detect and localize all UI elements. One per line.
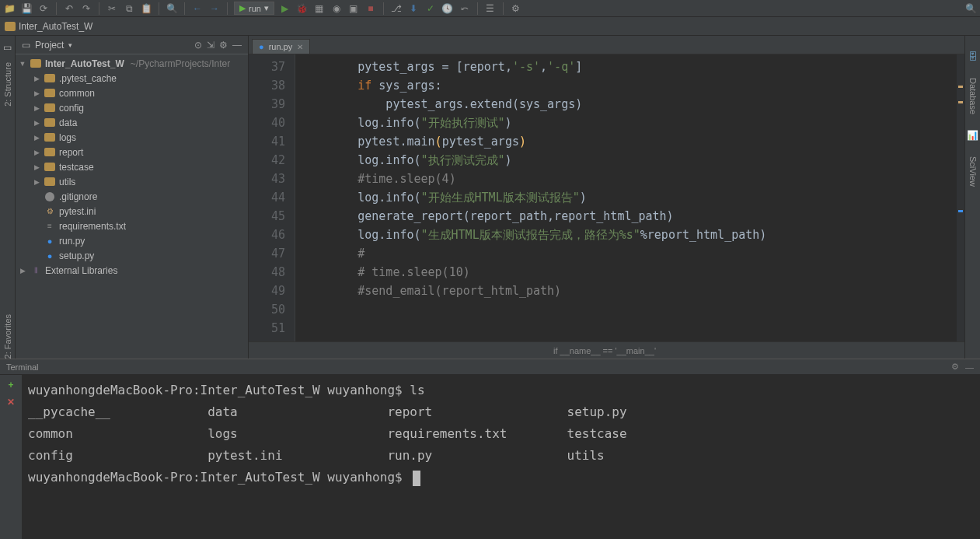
tree-item-setup-py[interactable]: ●setup.py (16, 248, 248, 263)
sciview-tool-button[interactable]: SciView (968, 156, 978, 187)
tree-item--gitignore[interactable]: .gitignore (16, 189, 248, 204)
redo-icon[interactable]: ↷ (80, 2, 92, 15)
folder-icon (44, 74, 55, 82)
stop-icon[interactable]: ■ (364, 2, 377, 15)
forward-icon[interactable]: → (208, 2, 221, 15)
find-icon[interactable]: 🔍 (166, 2, 178, 15)
external-libraries[interactable]: ▶ ⫴ External Libraries (16, 263, 248, 278)
expand-arrow-icon[interactable]: ▶ (33, 104, 40, 112)
structure-icon[interactable]: ☰ (484, 2, 497, 15)
project-tool-button[interactable]: ▭ (3, 42, 12, 53)
code-editor[interactable]: 373839404142434445464748495051 pytest_ar… (249, 54, 964, 341)
expand-arrow-icon[interactable]: ▶ (33, 163, 40, 171)
attach-icon[interactable]: ▣ (347, 2, 360, 15)
tree-item-config[interactable]: ▶config (16, 100, 248, 115)
tree-item-label: run.py (59, 236, 85, 247)
close-session-icon[interactable]: ✕ (7, 397, 15, 408)
tree-item--pytest_cache[interactable]: ▶.pytest_cache (16, 71, 248, 86)
undo-icon[interactable]: ↶ (63, 2, 75, 15)
tree-item-requirements-txt[interactable]: ≡requirements.txt (16, 219, 248, 233)
text-icon: ≡ (44, 221, 56, 232)
new-session-icon[interactable]: + (8, 380, 13, 390)
tree-item-label: data (59, 117, 77, 128)
tree-item-label: pytest.ini (59, 206, 96, 217)
expand-arrow-icon[interactable]: ▶ (19, 267, 26, 275)
terminal-cursor (413, 471, 420, 486)
expand-arrow-icon[interactable]: ▼ (19, 60, 26, 68)
vcs-rollback-icon[interactable]: ⤺ (459, 2, 471, 15)
save-icon[interactable]: 💾 (20, 2, 33, 15)
tree-root[interactable]: ▼ Inter_AutoTest_W ~/PycharmProjects/Int… (16, 56, 248, 71)
tree-item-report[interactable]: ▶report (16, 145, 248, 159)
refresh-icon[interactable]: ⟳ (37, 2, 50, 15)
terminal-output[interactable]: wuyanhongdeMacBook-Pro:Inter_AutoTest_W … (22, 375, 980, 539)
tree-item-pytest-ini[interactable]: ⚙pytest.ini (16, 204, 248, 219)
expand-arrow-icon[interactable]: ▶ (33, 149, 40, 156)
tree-item-common[interactable]: ▶common (16, 86, 248, 100)
project-title: Project (35, 40, 64, 51)
editor-scrollbar[interactable] (957, 54, 964, 341)
locate-icon[interactable]: ⊙ (194, 40, 202, 51)
gear-icon[interactable]: ⚙ (951, 362, 959, 372)
sciview-icon[interactable]: 📊 (967, 130, 978, 141)
settings-icon[interactable]: ⚙ (510, 2, 522, 15)
terminal-gutter: + ✕ (0, 375, 22, 539)
tree-root-path: ~/PycharmProjects/Inter (131, 58, 230, 69)
vcs-commit-icon[interactable]: ✓ (424, 2, 437, 15)
left-tool-stripe: ▭ 2: Structure 2: Favorites (0, 36, 16, 359)
expand-arrow-icon[interactable]: ▶ (33, 178, 40, 186)
editor-tab-run-py[interactable]: ● run.py ✕ (252, 39, 310, 54)
expand-arrow-icon[interactable]: ▶ (33, 89, 40, 97)
editor-context-label: if __name__ == '__main__' (553, 346, 656, 355)
copy-icon[interactable]: ⧉ (123, 2, 135, 15)
tree-item-label: logs (59, 132, 76, 143)
expand-arrow-icon[interactable]: ▶ (33, 119, 40, 127)
profile-icon[interactable]: ◉ (330, 2, 343, 15)
editor-tabs: ● run.py ✕ (249, 36, 964, 54)
vcs-history-icon[interactable]: 🕓 (441, 2, 454, 15)
library-icon: ⫴ (30, 265, 42, 276)
editor-panel: ● run.py ✕ 37383940414243444546474849505… (249, 36, 964, 359)
coverage-icon[interactable]: ▦ (313, 2, 326, 15)
code-area[interactable]: pytest_args = [report,'-s','-q'] if sys_… (295, 54, 964, 341)
tree-item-logs[interactable]: ▶logs (16, 130, 248, 145)
vcs-icon[interactable]: ⎇ (390, 2, 403, 15)
close-icon[interactable]: ✕ (297, 43, 303, 51)
gear-icon[interactable]: ⚙ (219, 40, 228, 51)
vcs-update-icon[interactable]: ⬇ (407, 2, 420, 15)
debug-icon[interactable]: 🐞 (296, 2, 309, 15)
structure-tool-button[interactable]: 2: Structure (3, 62, 12, 107)
expand-arrow-icon[interactable]: ▶ (33, 75, 40, 82)
project-tree[interactable]: ▼ Inter_AutoTest_W ~/PycharmProjects/Int… (16, 54, 248, 359)
breadcrumb-project[interactable]: Inter_AutoTest_W (19, 21, 92, 32)
chevron-down-icon: ▾ (264, 3, 269, 13)
database-tool-button[interactable]: Database (968, 78, 978, 114)
collapse-icon[interactable]: ⇲ (207, 40, 214, 51)
tree-item-testcase[interactable]: ▶testcase (16, 159, 248, 174)
hide-icon[interactable]: — (232, 40, 242, 51)
tree-item-run-py[interactable]: ●run.py (16, 233, 248, 248)
paste-icon[interactable]: 📋 (140, 2, 152, 15)
git-icon (44, 191, 56, 202)
database-icon[interactable]: 🗄 (968, 51, 978, 62)
back-icon[interactable]: ← (191, 2, 204, 15)
tree-item-label: setup.py (59, 250, 94, 261)
expand-arrow-icon[interactable]: ▶ (33, 134, 40, 142)
terminal-panel: Terminal ⚙ — + ✕ wuyanhongdeMacBook-Pro:… (0, 359, 980, 539)
favorites-tool-button[interactable]: 2: Favorites (3, 314, 12, 359)
tree-item-utils[interactable]: ▶utils (16, 174, 248, 189)
hide-icon[interactable]: — (965, 362, 974, 372)
cut-icon[interactable]: ✂ (106, 2, 118, 15)
breadcrumb: Inter_AutoTest_W (0, 17, 980, 36)
chevron-down-icon[interactable]: ▾ (68, 41, 72, 49)
line-gutter: 373839404142434445464748495051 (249, 54, 295, 341)
run-config-label: run (249, 4, 261, 13)
folder-icon (30, 59, 41, 68)
run-config-combo[interactable]: ▶ run ▾ (234, 2, 274, 15)
editor-breadcrumb: if __name__ == '__main__' (249, 341, 964, 359)
run-icon[interactable]: ▶ (279, 2, 291, 15)
tree-item-label: requirements.txt (59, 221, 126, 232)
open-icon[interactable]: 📁 (3, 2, 16, 15)
search-everywhere-icon[interactable]: 🔍 (964, 2, 977, 15)
tree-item-data[interactable]: ▶data (16, 115, 248, 130)
